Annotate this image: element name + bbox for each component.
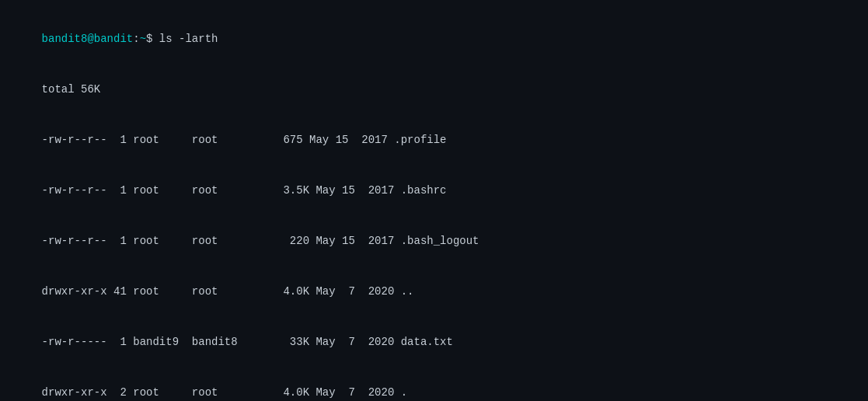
line-file4: drwxr-xr-x 41 root root 4.0K May 7 2020 … (16, 267, 852, 317)
line-file3: -rw-r--r-- 1 root root 220 May 15 2017 .… (16, 216, 852, 267)
line-file1: -rw-r--r-- 1 root root 675 May 15 2017 .… (16, 115, 852, 166)
terminal: bandit8@bandit:~$ ls -larth total 56K -r… (0, 0, 868, 401)
line-total: total 56K (16, 65, 852, 115)
line-file5: -rw-r----- 1 bandit9 bandit8 33K May 7 2… (16, 317, 852, 368)
line-file2: -rw-r--r-- 1 root root 3.5K May 15 2017 … (16, 166, 852, 216)
line-file6: drwxr-xr-x 2 root root 4.0K May 7 2020 . (16, 368, 852, 401)
line-cmd1: bandit8@bandit:~$ ls -larth (16, 14, 852, 65)
prompt-user-1: bandit8@bandit (42, 33, 134, 45)
